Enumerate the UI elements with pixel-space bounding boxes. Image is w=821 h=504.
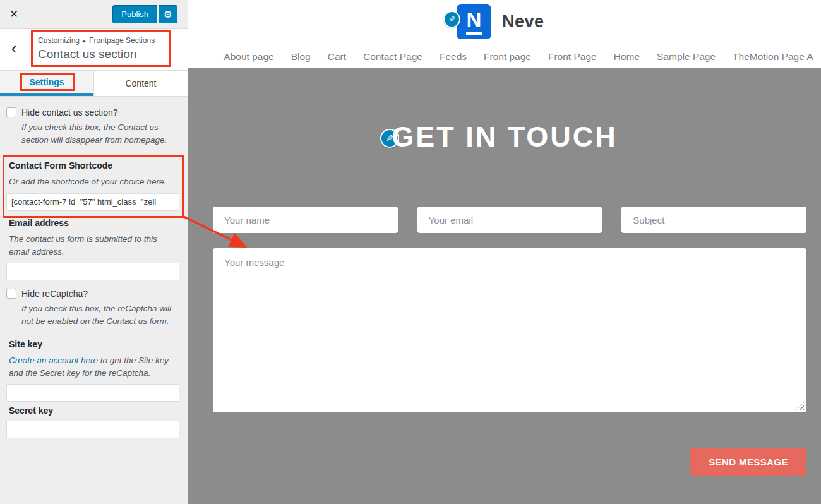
your-message-textarea[interactable] xyxy=(213,248,806,412)
tab-settings[interactable]: Settings xyxy=(0,71,93,96)
page-title: Contact us section xyxy=(38,47,155,61)
hide-recaptcha-description: If you check this box, the reCaptcha wil… xyxy=(21,303,179,328)
email-label: Email address xyxy=(6,218,179,228)
nav-item-blog[interactable]: Blog xyxy=(291,51,311,63)
logo-underline xyxy=(466,32,482,35)
nav-item-cart[interactable]: Cart xyxy=(328,51,346,63)
contact-section: ✎ GET IN TOUCH SEND MESSAGE xyxy=(188,68,821,504)
hide-section-description: If you check this box, the Contact us se… xyxy=(21,121,179,147)
hide-section-checkbox[interactable] xyxy=(6,107,16,117)
control-secret-key: Secret key xyxy=(6,405,179,438)
hide-section-label: Hide contact us section? xyxy=(21,107,118,118)
site-preview: N Neve ✎ About page Blog Cart Contact Pa… xyxy=(188,0,821,504)
topbar-spacer xyxy=(28,0,112,28)
create-account-link[interactable]: Create an account here xyxy=(9,356,98,365)
nav-item-front-page[interactable]: Front Page xyxy=(548,51,597,63)
gear-icon[interactable]: ⚙ xyxy=(159,5,177,23)
secret-key-field[interactable] xyxy=(6,421,179,438)
nav-item-front-page-lower[interactable]: Front page xyxy=(484,51,531,63)
email-field[interactable] xyxy=(6,263,179,280)
site-key-field[interactable] xyxy=(6,384,179,402)
secret-key-label: Secret key xyxy=(6,405,179,416)
hide-recaptcha-label: Hide reCaptcha? xyxy=(21,289,88,299)
nav-item-sample-page[interactable]: Sample Page xyxy=(657,51,716,63)
nav-item-home[interactable]: Home xyxy=(614,51,640,63)
publish-button[interactable]: Publish xyxy=(112,5,157,23)
breadcrumb: Customizing▸Frontpage Sections Contact u… xyxy=(28,29,155,70)
customizer-topbar: ✕ Publish ⚙ xyxy=(0,0,188,29)
section-title: GET IN TOUCH xyxy=(392,121,618,153)
nav-item-feeds[interactable]: Feeds xyxy=(440,51,467,63)
nav-item-contact-page[interactable]: Contact Page xyxy=(363,51,422,63)
settings-controls: Hide contact us section? If you check th… xyxy=(0,97,188,503)
tab-content[interactable]: Content xyxy=(93,71,188,96)
neve-logo-icon: N xyxy=(457,4,491,39)
site-key-description: Create an account here to get the Site k… xyxy=(9,354,179,379)
subject-input[interactable] xyxy=(621,207,806,233)
breadcrumb-customizing: Customizing xyxy=(38,36,80,45)
close-icon[interactable]: ✕ xyxy=(0,0,28,28)
your-email-input[interactable] xyxy=(417,207,602,233)
section-heading-row: ✎ GET IN TOUCH xyxy=(188,121,821,153)
your-name-input[interactable] xyxy=(213,207,398,233)
contact-form-row xyxy=(213,207,806,233)
email-description: The contact us form is submitted to this… xyxy=(9,233,179,258)
send-message-button[interactable]: SEND MESSAGE xyxy=(690,448,806,476)
sidebar-tabs: Settings Content xyxy=(0,71,188,97)
breadcrumb-separator-icon: ▸ xyxy=(83,37,86,44)
control-hide-recaptcha: Hide reCaptcha? If you check this box, t… xyxy=(6,289,179,328)
shortcode-label: Contact Form Shortcode xyxy=(6,160,179,171)
control-hide-section: Hide contact us section? If you check th… xyxy=(6,107,179,147)
edit-logo-pencil-icon[interactable]: ✎ xyxy=(443,11,460,28)
pencil-glyph: ✎ xyxy=(448,15,455,24)
shortcode-description: Or add the shortcode of your choice here… xyxy=(9,176,179,188)
breadcrumb-section: Frontpage Sections xyxy=(89,36,155,45)
breadcrumb-path: Customizing▸Frontpage Sections xyxy=(38,36,155,45)
customizer-sidebar: ✕ Publish ⚙ ‹ Customizing▸Frontpage Sect… xyxy=(0,0,188,504)
site-nav: About page Blog Cart Contact Page Feeds … xyxy=(188,49,821,65)
publish-button-group: Publish ⚙ xyxy=(112,0,188,28)
hide-recaptcha-checkbox[interactable] xyxy=(6,289,16,299)
nav-item-about-page[interactable]: About page xyxy=(224,51,273,63)
site-logo[interactable]: N Neve xyxy=(457,4,544,39)
shortcode-input[interactable] xyxy=(6,193,179,211)
control-email: Email address The contact us form is sub… xyxy=(6,218,179,280)
site-key-label: Site key xyxy=(6,339,179,349)
control-shortcode: Contact Form Shortcode Or add the shortc… xyxy=(6,160,179,211)
site-header: N Neve ✎ About page Blog Cart Contact Pa… xyxy=(188,0,821,68)
control-site-key: Site key Create an account here to get t… xyxy=(6,339,179,402)
site-title: Neve xyxy=(502,12,544,32)
logo-letter: N xyxy=(467,9,482,30)
message-textarea-wrap xyxy=(213,248,806,412)
section-header: ‹ Customizing▸Frontpage Sections Contact… xyxy=(0,29,188,71)
nav-item-themotion-page[interactable]: TheMotion Page A xyxy=(733,51,813,63)
back-icon[interactable]: ‹ xyxy=(0,29,28,70)
